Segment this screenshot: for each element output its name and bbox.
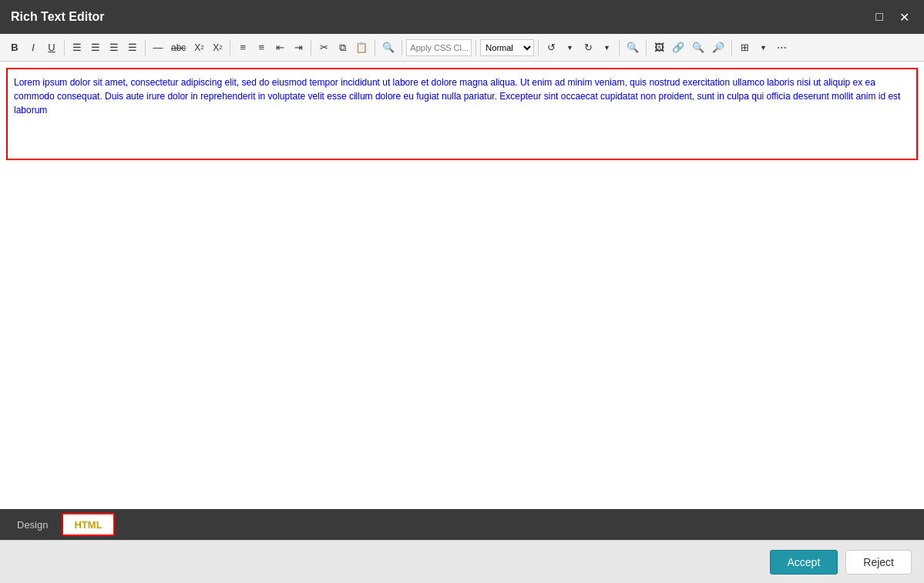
unordered-list-button[interactable]: ≡ xyxy=(253,39,270,57)
reject-button[interactable]: Reject xyxy=(845,550,912,575)
separator-9 xyxy=(619,40,620,55)
ordered-list-button[interactable]: ≡ xyxy=(234,39,251,57)
more-button[interactable]: ⋯ xyxy=(773,39,790,57)
indent-more-button[interactable]: ⇥ xyxy=(290,39,307,57)
undo-button[interactable]: ↺ xyxy=(543,39,559,57)
redo-dropdown-button[interactable]: ▼ xyxy=(598,39,615,57)
title-bar-controls: □ ✕ xyxy=(870,8,913,26)
bold-button[interactable]: B xyxy=(6,39,23,57)
paste-button[interactable]: 📋 xyxy=(352,39,371,57)
title-bar: Rich Text Editor □ ✕ xyxy=(0,0,924,34)
indent-less-button[interactable]: ⇤ xyxy=(271,39,288,57)
align-justify-button[interactable]: ☰ xyxy=(124,39,141,57)
separator-4 xyxy=(311,40,311,55)
align-center-button[interactable]: ☰ xyxy=(87,39,104,57)
footer: Accept Reject xyxy=(0,540,924,583)
table-button[interactable]: ⊞ xyxy=(736,39,753,57)
italic-button[interactable]: I xyxy=(25,39,42,57)
underline-button[interactable]: U xyxy=(43,39,60,57)
rich-text-editor-dialog: Rich Text Editor □ ✕ B I U ☰ ☰ ☰ ☰ — abc… xyxy=(0,0,924,583)
format-select[interactable]: Normal xyxy=(480,39,534,56)
separator-7 xyxy=(475,40,476,55)
find-button[interactable]: 🔍 xyxy=(379,39,398,57)
strikethrough-button[interactable]: abc xyxy=(168,39,189,57)
hr-button[interactable]: — xyxy=(150,39,166,57)
editor-text: Lorem ipsum dolor sit amet, consectetur … xyxy=(14,77,900,116)
separator-1 xyxy=(64,40,65,55)
separator-8 xyxy=(538,40,539,55)
separator-6 xyxy=(402,40,402,55)
insert-link-button[interactable]: 🔗 xyxy=(669,39,687,57)
separator-2 xyxy=(145,40,146,55)
align-left-button[interactable]: ☰ xyxy=(69,39,86,57)
undo-dropdown-button[interactable]: ▼ xyxy=(561,39,578,57)
zoom-in-button[interactable]: 🔍 xyxy=(689,39,707,57)
html-tab[interactable]: HTML xyxy=(62,513,114,536)
superscript-button[interactable]: X2 xyxy=(209,39,226,57)
bottom-tabs: Design HTML xyxy=(0,509,924,540)
close-button[interactable]: ✕ xyxy=(895,8,913,26)
subscript-button[interactable]: X2 xyxy=(190,39,207,57)
copy-button[interactable]: ⧉ xyxy=(334,39,351,57)
separator-11 xyxy=(731,40,732,55)
table-dropdown-button[interactable]: ▼ xyxy=(754,39,771,57)
toolbar: B I U ☰ ☰ ☰ ☰ — abc X2 X2 ≡ ≡ ⇤ ⇥ ✂ ⧉ 📋 … xyxy=(0,34,924,62)
separator-10 xyxy=(646,40,647,55)
align-right-button[interactable]: ☰ xyxy=(106,39,123,57)
accept-button[interactable]: Accept xyxy=(770,550,838,575)
separator-3 xyxy=(230,40,230,55)
css-class-input[interactable] xyxy=(406,39,472,56)
design-tab[interactable]: Design xyxy=(6,513,59,536)
editor-area[interactable]: Lorem ipsum dolor sit amet, consectetur … xyxy=(0,62,924,509)
dialog-title: Rich Text Editor xyxy=(11,10,105,24)
insert-image-button[interactable]: 🖼 xyxy=(650,39,667,57)
editor-content[interactable]: Lorem ipsum dolor sit amet, consectetur … xyxy=(6,68,918,160)
separator-5 xyxy=(375,40,375,55)
search-button[interactable]: 🔍 xyxy=(623,39,642,57)
zoom-out-button[interactable]: 🔎 xyxy=(709,39,727,57)
redo-button[interactable]: ↻ xyxy=(580,39,596,57)
cut-button[interactable]: ✂ xyxy=(315,39,332,57)
maximize-button[interactable]: □ xyxy=(870,8,889,26)
